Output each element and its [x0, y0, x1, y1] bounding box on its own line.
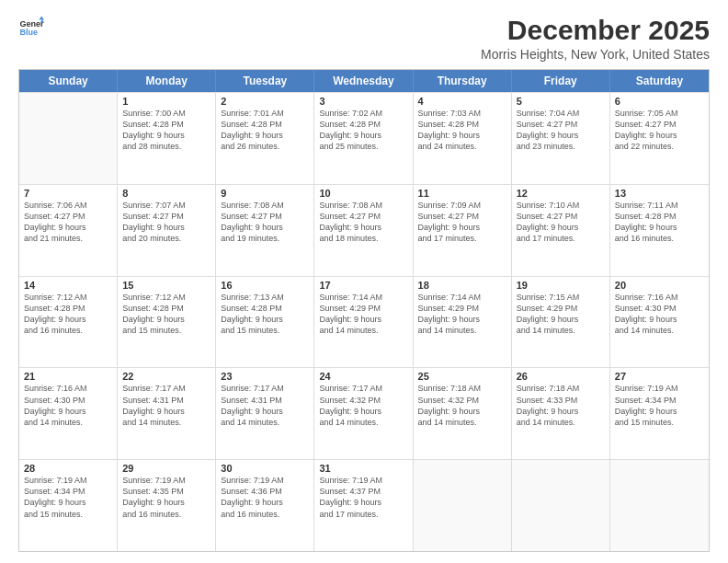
calendar-cell: 19Sunrise: 7:15 AMSunset: 4:29 PMDayligh… — [512, 277, 610, 368]
calendar-cell: 24Sunrise: 7:17 AMSunset: 4:32 PMDayligh… — [314, 368, 413, 459]
cell-info-line: Sunset: 4:29 PM — [319, 303, 407, 314]
day-number: 7 — [24, 188, 112, 199]
cell-info-line: Sunrise: 7:00 AM — [122, 108, 210, 119]
calendar-row: 21Sunrise: 7:16 AMSunset: 4:30 PMDayligh… — [19, 367, 709, 459]
cell-info-line: Sunrise: 7:18 AM — [517, 383, 605, 394]
cell-info-line: and 14 minutes. — [418, 417, 506, 428]
cell-info-line: Sunrise: 7:10 AM — [517, 200, 605, 211]
day-number: 15 — [122, 280, 210, 291]
calendar-row: 28Sunrise: 7:19 AMSunset: 4:34 PMDayligh… — [19, 459, 709, 551]
day-number: 25 — [418, 371, 506, 382]
cell-info-line: and 15 minutes. — [122, 325, 210, 336]
day-number: 21 — [24, 371, 112, 382]
calendar-cell: 14Sunrise: 7:12 AMSunset: 4:28 PMDayligh… — [19, 277, 118, 368]
cell-info-line: and 14 minutes. — [517, 325, 605, 336]
cell-info-line: Daylight: 9 hours — [418, 314, 506, 325]
calendar-cell: 25Sunrise: 7:18 AMSunset: 4:32 PMDayligh… — [414, 368, 512, 459]
cell-info-line: Sunrise: 7:03 AM — [418, 108, 506, 119]
cell-info-line: Sunset: 4:35 PM — [122, 486, 210, 497]
cell-info-line: Sunrise: 7:19 AM — [319, 475, 407, 486]
calendar-cell: 20Sunrise: 7:16 AMSunset: 4:30 PMDayligh… — [610, 277, 709, 368]
calendar: SundayMondayTuesdayWednesdayThursdayFrid… — [18, 69, 710, 552]
cell-info-line: Sunrise: 7:17 AM — [319, 383, 407, 394]
day-number: 1 — [122, 96, 210, 107]
day-number: 4 — [418, 96, 506, 107]
cell-info-line: Sunset: 4:27 PM — [517, 119, 605, 130]
svg-marker-2 — [39, 16, 44, 19]
calendar-cell: 31Sunrise: 7:19 AMSunset: 4:37 PMDayligh… — [314, 460, 413, 551]
cell-info-line: Sunrise: 7:02 AM — [319, 108, 407, 119]
calendar-cell — [414, 460, 512, 551]
header-day: Thursday — [414, 70, 512, 92]
cell-info-line: Sunset: 4:27 PM — [615, 119, 704, 130]
cell-info-line: Sunset: 4:27 PM — [418, 211, 506, 222]
cell-info-line: Sunset: 4:28 PM — [122, 303, 210, 314]
cell-info-line: Sunrise: 7:01 AM — [221, 108, 309, 119]
header: General Blue December 2025 Morris Height… — [18, 15, 710, 62]
cell-info-line: and 20 minutes. — [122, 233, 210, 244]
cell-info-line: and 17 minutes. — [418, 233, 506, 244]
cell-info-line: and 15 minutes. — [221, 325, 309, 336]
cell-info-line: Daylight: 9 hours — [517, 406, 605, 417]
cell-info-line: Sunset: 4:28 PM — [221, 119, 309, 130]
cell-info-line: Sunset: 4:36 PM — [221, 486, 309, 497]
calendar-header: SundayMondayTuesdayWednesdayThursdayFrid… — [19, 70, 709, 92]
cell-info-line: Sunset: 4:28 PM — [418, 119, 506, 130]
cell-info-line: Sunrise: 7:18 AM — [418, 383, 506, 394]
cell-info-line: Sunrise: 7:12 AM — [122, 292, 210, 303]
calendar-cell: 12Sunrise: 7:10 AMSunset: 4:27 PMDayligh… — [512, 185, 610, 276]
calendar-cell: 28Sunrise: 7:19 AMSunset: 4:34 PMDayligh… — [19, 460, 118, 551]
cell-info-line: Daylight: 9 hours — [221, 497, 309, 508]
header-day: Sunday — [19, 70, 118, 92]
day-number: 6 — [615, 96, 704, 107]
cell-info-line: and 17 minutes. — [517, 233, 605, 244]
cell-info-line: Sunrise: 7:08 AM — [319, 200, 407, 211]
calendar-body: 1Sunrise: 7:00 AMSunset: 4:28 PMDaylight… — [19, 92, 709, 551]
calendar-cell: 18Sunrise: 7:14 AMSunset: 4:29 PMDayligh… — [414, 277, 512, 368]
cell-info-line: Sunrise: 7:16 AM — [615, 292, 704, 303]
cell-info-line: Sunset: 4:28 PM — [615, 211, 704, 222]
cell-info-line: Sunrise: 7:14 AM — [418, 292, 506, 303]
cell-info-line: Sunset: 4:37 PM — [319, 486, 407, 497]
cell-info-line: Sunrise: 7:15 AM — [517, 292, 605, 303]
cell-info-line: Sunrise: 7:19 AM — [615, 383, 704, 394]
cell-info-line: Sunset: 4:27 PM — [122, 211, 210, 222]
day-number: 17 — [319, 280, 407, 291]
page: General Blue December 2025 Morris Height… — [0, 0, 728, 563]
cell-info-line: Daylight: 9 hours — [319, 497, 407, 508]
day-number: 10 — [319, 188, 407, 199]
calendar-cell: 6Sunrise: 7:05 AMSunset: 4:27 PMDaylight… — [610, 93, 709, 184]
calendar-cell: 29Sunrise: 7:19 AMSunset: 4:35 PMDayligh… — [118, 460, 216, 551]
calendar-cell: 1Sunrise: 7:00 AMSunset: 4:28 PMDaylight… — [118, 93, 216, 184]
day-number: 19 — [517, 280, 605, 291]
cell-info-line: Sunrise: 7:12 AM — [24, 292, 112, 303]
calendar-cell: 10Sunrise: 7:08 AMSunset: 4:27 PMDayligh… — [314, 185, 413, 276]
calendar-cell: 26Sunrise: 7:18 AMSunset: 4:33 PMDayligh… — [512, 368, 610, 459]
cell-info-line: Sunrise: 7:11 AM — [615, 200, 704, 211]
cell-info-line: Daylight: 9 hours — [615, 406, 704, 417]
cell-info-line: Daylight: 9 hours — [418, 222, 506, 233]
cell-info-line: and 22 minutes. — [615, 141, 704, 152]
cell-info-line: Sunset: 4:32 PM — [319, 395, 407, 406]
svg-text:Blue: Blue — [19, 28, 38, 37]
calendar-cell: 17Sunrise: 7:14 AMSunset: 4:29 PMDayligh… — [314, 277, 413, 368]
cell-info-line: and 23 minutes. — [517, 141, 605, 152]
calendar-cell — [512, 460, 610, 551]
cell-info-line: and 18 minutes. — [319, 233, 407, 244]
cell-info-line: Daylight: 9 hours — [418, 406, 506, 417]
cell-info-line: Sunrise: 7:07 AM — [122, 200, 210, 211]
cell-info-line: Daylight: 9 hours — [517, 314, 605, 325]
cell-info-line: Daylight: 9 hours — [517, 222, 605, 233]
calendar-row: 7Sunrise: 7:06 AMSunset: 4:27 PMDaylight… — [19, 184, 709, 276]
day-number: 18 — [418, 280, 506, 291]
cell-info-line: Sunset: 4:28 PM — [24, 303, 112, 314]
cell-info-line: Daylight: 9 hours — [24, 314, 112, 325]
calendar-cell — [610, 460, 709, 551]
cell-info-line: Sunset: 4:30 PM — [615, 303, 704, 314]
cell-info-line: and 14 minutes. — [418, 325, 506, 336]
day-number: 3 — [319, 96, 407, 107]
day-number: 16 — [221, 280, 309, 291]
cell-info-line: Sunrise: 7:06 AM — [24, 200, 112, 211]
subtitle: Morris Heights, New York, United States — [481, 47, 710, 62]
day-number: 5 — [517, 96, 605, 107]
